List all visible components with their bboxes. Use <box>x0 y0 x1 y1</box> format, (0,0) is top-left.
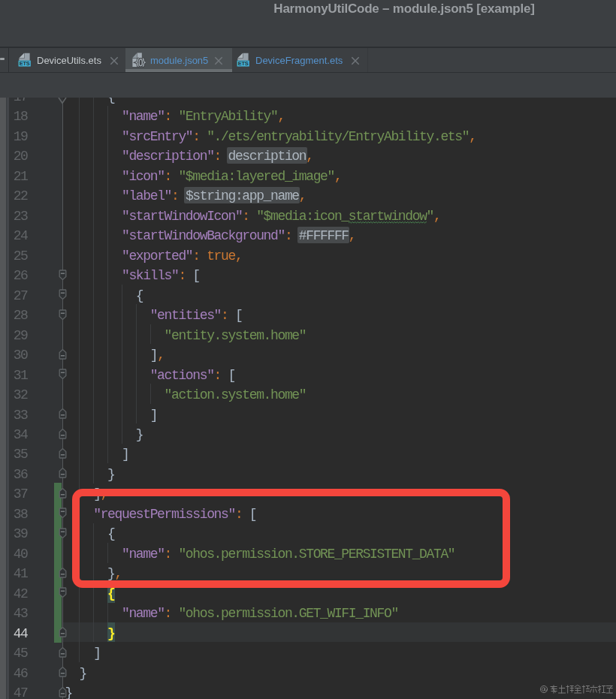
svg-text:ETS: ETS <box>238 60 249 67</box>
svg-text:ETS: ETS <box>20 60 30 67</box>
